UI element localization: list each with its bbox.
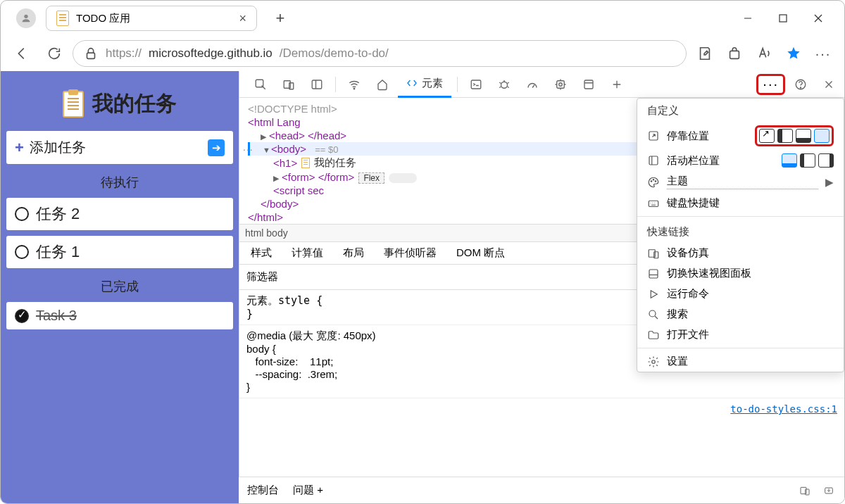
dock-icon	[647, 130, 660, 142]
home-icon[interactable]	[370, 74, 395, 95]
devtools-toolbar: 元素 ···	[239, 71, 844, 98]
profile-avatar[interactable]	[16, 8, 36, 28]
reload-button[interactable]	[40, 39, 68, 68]
task-item[interactable]: 任务 2	[6, 198, 233, 230]
dock-right-button[interactable]	[814, 129, 830, 143]
activity-bottom-button[interactable]	[782, 153, 797, 168]
app-heading-text: 我的任务	[92, 89, 177, 118]
gear-icon	[647, 355, 660, 368]
folder-icon	[647, 329, 660, 341]
menu-settings[interactable]: 设置	[637, 351, 844, 372]
drawer-expand-icon[interactable]	[822, 485, 836, 496]
svg-rect-15	[557, 80, 565, 88]
menu-search[interactable]: 搜索	[637, 304, 844, 325]
dock-left-button[interactable]	[777, 129, 793, 143]
dock-bottom-button[interactable]	[796, 129, 811, 143]
menu-toggle-quickview[interactable]: 切换快速视图面板	[637, 263, 844, 284]
url-host: microsoftedge.github.io	[149, 46, 273, 61]
url-prefix: https://	[106, 46, 142, 61]
menu-activity-row: 活动栏位置	[637, 150, 844, 171]
favorite-star-icon[interactable]	[780, 39, 808, 68]
plus-icon: +	[15, 139, 24, 157]
svg-rect-5	[87, 53, 95, 58]
tab-styles[interactable]: 样式	[251, 246, 272, 260]
panel-icon[interactable]	[304, 74, 330, 95]
clipboard-icon	[301, 158, 310, 168]
add-tab-icon[interactable]	[604, 74, 630, 95]
submit-arrow-icon[interactable]: ➔	[208, 139, 225, 156]
browser-more-icon[interactable]: ···	[809, 39, 837, 68]
task-item-done[interactable]: Task 3	[6, 302, 233, 329]
url-path: /Demos/demo-to-do/	[280, 46, 389, 61]
tab-dom-breakpoints[interactable]: DOM 断点	[456, 246, 505, 260]
help-icon[interactable]	[788, 74, 813, 95]
browser-tab[interactable]: TODO 应用 ×	[46, 6, 257, 31]
tab-elements[interactable]: 元素	[398, 71, 451, 98]
new-tab-button[interactable]: +	[270, 8, 291, 29]
address-bar[interactable]: https://microsoftedge.github.io/Demos/de…	[73, 40, 687, 67]
devtools-close-icon[interactable]	[816, 74, 841, 95]
tab-layout[interactable]: 布局	[343, 246, 364, 260]
task-item[interactable]: 任务 1	[6, 236, 233, 268]
svg-point-32	[649, 310, 656, 317]
edit-icon[interactable]	[691, 39, 719, 68]
inspect-icon[interactable]	[248, 74, 273, 95]
window-titlebar: TODO 应用 × +	[1, 1, 844, 36]
tab-listeners[interactable]: 事件侦听器	[384, 246, 437, 260]
css-source-link-2[interactable]: to-do-styles.css:1	[239, 398, 844, 420]
tab-computed[interactable]: 计算值	[292, 246, 323, 260]
svg-rect-10	[312, 80, 322, 89]
device-emulation-icon[interactable]	[276, 74, 301, 95]
app-heading: 我的任务	[6, 77, 233, 125]
memory-icon[interactable]	[548, 74, 573, 95]
wifi-icon[interactable]	[342, 74, 367, 95]
menu-shortcuts-row[interactable]: 键盘快捷键	[637, 193, 844, 213]
svg-rect-2	[780, 15, 787, 22]
dom-body-close: </body>	[261, 198, 299, 210]
drawer-tab-console[interactable]: 控制台	[247, 484, 279, 497]
devtools-customize-menu: 自定义 停靠位置 活动栏位置	[637, 98, 844, 372]
window-close-button[interactable]	[801, 6, 836, 31]
tab-title: TODO 应用	[76, 12, 130, 25]
menu-theme-row[interactable]: 主题 ▶	[637, 171, 844, 193]
svg-rect-17	[584, 80, 593, 89]
checkbox-icon[interactable]	[15, 245, 29, 259]
menu-device-emulation[interactable]: 设备仿真	[637, 243, 844, 263]
performance-icon[interactable]	[520, 74, 545, 95]
svg-point-25	[653, 179, 654, 180]
menu-open-file[interactable]: 打开文件	[637, 325, 844, 345]
devtools-more-button[interactable]: ···	[756, 74, 785, 95]
svg-point-14	[501, 82, 508, 88]
activity-left-button[interactable]	[800, 153, 815, 168]
application-icon[interactable]	[576, 74, 601, 95]
activity-right-button[interactable]	[818, 153, 834, 168]
console-icon[interactable]	[463, 74, 489, 95]
svg-point-20	[800, 87, 801, 87]
drawer-tab-issues[interactable]: 问题 +	[293, 484, 323, 497]
clipboard-icon	[56, 11, 69, 26]
todo-app-pane: 我的任务 + 添加任务 ➔ 待执行 任务 2 任务 1 已完成 Task 3	[1, 71, 239, 504]
bug-icon[interactable]	[492, 74, 517, 95]
read-aloud-icon[interactable]	[750, 39, 778, 68]
close-tab-icon[interactable]: ×	[239, 11, 246, 26]
window-controls	[730, 6, 839, 31]
menu-shortcuts-label: 键盘快捷键	[667, 196, 834, 210]
menu-run-command[interactable]: 运行命令	[637, 284, 844, 304]
menu-section-quicklinks: 快速链接	[637, 220, 844, 243]
shopping-icon[interactable]	[720, 39, 749, 68]
maximize-button[interactable]	[765, 6, 801, 31]
svg-rect-30	[649, 270, 658, 278]
svg-point-26	[655, 180, 656, 182]
quickview-icon	[647, 267, 660, 280]
lock-icon	[83, 46, 99, 61]
minimize-button[interactable]	[730, 6, 765, 31]
search-icon	[647, 308, 660, 321]
checkbox-checked-icon[interactable]	[15, 309, 29, 323]
add-task-input[interactable]: + 添加任务 ➔	[6, 131, 233, 164]
dock-popout-button[interactable]	[759, 129, 775, 143]
drawer-more-icon[interactable]	[798, 485, 812, 496]
keyboard-icon	[647, 197, 660, 210]
checkbox-icon[interactable]	[15, 207, 29, 221]
back-button[interactable]	[8, 39, 36, 68]
dom-head[interactable]: <head> </head>	[269, 130, 346, 141]
